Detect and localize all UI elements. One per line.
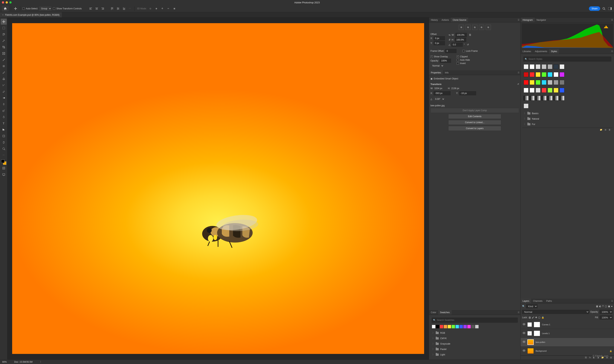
tab-paths[interactable]: Paths (545, 299, 554, 303)
panel-menu-icon[interactable]: ☰ (610, 299, 614, 303)
layer-comp-dropdown[interactable]: Don't Apply Layer Comp (430, 108, 519, 113)
tab-properties[interactable]: Properties (429, 70, 443, 75)
style-swatch[interactable] (530, 96, 534, 101)
lock-position-icon[interactable]: ✥ (535, 316, 537, 319)
canvas-area[interactable] (7, 18, 429, 360)
align-bottom-icon[interactable] (122, 6, 126, 11)
style-swatch[interactable] (524, 88, 529, 93)
overlay-opacity-input[interactable] (440, 59, 451, 63)
blur-tool[interactable] (1, 101, 7, 107)
tab-swatches[interactable]: Swatches (438, 310, 452, 315)
style-swatch[interactable] (547, 64, 552, 69)
swatch[interactable] (456, 325, 459, 328)
style-swatch[interactable] (542, 96, 546, 101)
style-swatch[interactable] (530, 72, 534, 77)
reset-transform-icon[interactable]: ↺ (517, 83, 519, 85)
filter-adjust-icon[interactable]: ◐ (599, 305, 601, 308)
layer-fill-input[interactable]: 100% (600, 315, 613, 320)
auto-select-option[interactable]: Auto-Select: Group (22, 6, 52, 11)
style-swatch[interactable] (542, 72, 546, 77)
auto-select-checkbox[interactable] (22, 7, 25, 10)
style-folder[interactable]: 〉Fur (522, 121, 613, 127)
edit-toolbar-icon[interactable]: ⋯ (1, 152, 7, 158)
doc-info[interactable]: Doc: 15.5M/36.5M (14, 361, 33, 363)
swatch-folder[interactable]: 〉RGB (430, 330, 519, 336)
style-folder[interactable]: 〉Natural (522, 116, 613, 121)
shape-tool[interactable] (1, 133, 7, 139)
style-swatch[interactable] (554, 64, 559, 69)
style-swatch[interactable] (524, 64, 529, 69)
panel-menu-icon[interactable]: ☰ (610, 18, 614, 22)
style-swatch[interactable] (530, 88, 534, 93)
style-swatch[interactable] (554, 88, 559, 93)
lock-pixels-icon[interactable]: 🖌 (532, 316, 534, 319)
type-tool[interactable]: T (1, 120, 7, 126)
style-swatch[interactable] (559, 72, 564, 77)
show-overlay-checkbox[interactable] (430, 55, 433, 58)
panel-menu-icon[interactable]: ☰ (517, 310, 520, 315)
style-swatch[interactable] (536, 80, 541, 85)
align-right-icon[interactable] (100, 6, 105, 11)
layer-row[interactable]: Curves 1 (521, 320, 614, 329)
tab-navigator[interactable]: Navigator (535, 18, 548, 22)
align-center-h-icon[interactable] (95, 6, 99, 11)
pen-tool[interactable] (1, 114, 7, 120)
gradient-tool[interactable] (1, 95, 7, 101)
style-swatch[interactable] (524, 80, 529, 85)
style-swatch[interactable] (536, 96, 541, 101)
flip-v-icon[interactable]: ⇵ (449, 39, 450, 41)
reset-angle-icon[interactable]: ↺ (467, 43, 469, 46)
filter-shape-icon[interactable]: ▢ (605, 305, 607, 308)
clipped-checkbox[interactable] (457, 55, 459, 58)
swatch[interactable] (467, 325, 471, 328)
offset-y-input[interactable] (434, 41, 445, 45)
style-swatch[interactable] (542, 88, 546, 93)
style-swatch[interactable] (524, 104, 529, 108)
visibility-toggle-icon[interactable] (522, 323, 526, 326)
frame-offset-input[interactable] (445, 49, 456, 53)
link-wh-icon[interactable]: ⛓ (469, 34, 471, 36)
crop-tool[interactable] (1, 44, 7, 50)
style-swatch[interactable] (559, 80, 564, 85)
swatch[interactable] (452, 325, 455, 328)
move-tool-icon[interactable] (13, 6, 18, 11)
workspace-switcher-icon[interactable] (608, 6, 612, 11)
link-layers-icon[interactable]: ⛓ (585, 356, 587, 359)
angle-input[interactable] (451, 43, 463, 47)
search-icon[interactable] (602, 6, 606, 11)
lock-all-icon[interactable]: 🔒 (541, 316, 544, 319)
zoom-tool[interactable] (1, 146, 7, 152)
visibility-toggle-icon[interactable] (522, 341, 526, 344)
wand-tool[interactable] (1, 38, 7, 44)
style-swatch[interactable] (542, 64, 546, 69)
offset-x-input[interactable] (434, 36, 445, 40)
filter-smart-icon[interactable]: ▣ (608, 305, 610, 308)
close-tab-icon[interactable]: × (2, 14, 3, 16)
visibility-toggle-icon[interactable] (522, 350, 526, 352)
filter-pixel-icon[interactable]: ▦ (596, 305, 598, 308)
eraser-tool[interactable] (1, 89, 7, 94)
swatch[interactable] (464, 325, 467, 328)
foreground-background-colors[interactable] (1, 160, 6, 165)
document-tab[interactable]: × FileInfo.com Example.psd @ 80% (bee-po… (0, 12, 62, 17)
zoom-level[interactable]: 80% (2, 361, 7, 363)
style-swatch[interactable] (554, 96, 559, 101)
align-center-v-icon[interactable] (116, 6, 120, 11)
tab-color[interactable]: Color (429, 310, 438, 315)
minimize-window-button[interactable] (6, 1, 8, 3)
tab-info[interactable]: Info (443, 70, 450, 75)
lasso-tool[interactable] (1, 31, 7, 37)
tab-actions[interactable]: Actions (440, 18, 451, 22)
screen-mode-icon[interactable] (1, 171, 7, 178)
style-swatch[interactable] (559, 64, 564, 69)
edit-contents-button[interactable]: Edit Contents (448, 114, 501, 119)
style-swatch[interactable] (524, 72, 529, 77)
convert-to-linked-button[interactable]: Convert to Linked... (448, 120, 501, 125)
layer-filter-dropdown[interactable]: Kind (526, 304, 537, 308)
visibility-toggle-icon[interactable] (522, 332, 526, 335)
blend-mode-dropdown[interactable]: Normal (522, 310, 589, 314)
move-tool[interactable] (1, 19, 7, 25)
lock-transparency-icon[interactable]: ▨ (529, 316, 531, 319)
convert-to-layers-button[interactable]: Convert to Layers (448, 126, 501, 131)
maximize-window-button[interactable] (9, 1, 12, 3)
